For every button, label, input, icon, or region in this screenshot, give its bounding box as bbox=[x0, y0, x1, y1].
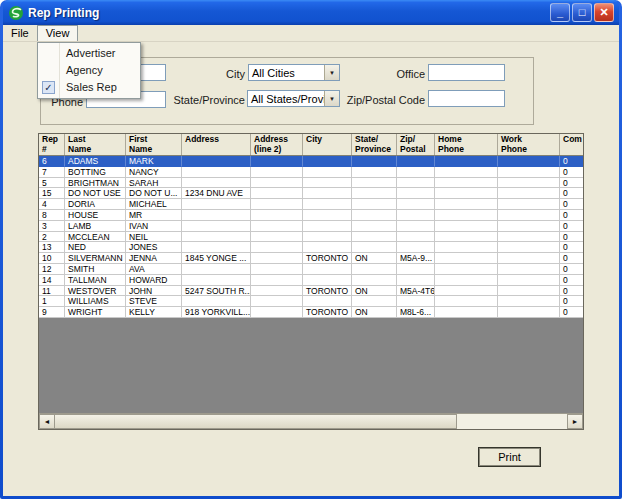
table-cell bbox=[498, 307, 560, 318]
table-cell bbox=[397, 264, 435, 275]
table-cell: 0 bbox=[560, 167, 584, 178]
column-header[interactable]: First Name bbox=[126, 134, 182, 155]
table-cell bbox=[397, 167, 435, 178]
menu-item-sales-rep[interactable]: ✓ Sales Rep bbox=[38, 79, 140, 96]
table-cell bbox=[303, 275, 352, 286]
table-cell: MR bbox=[126, 210, 182, 221]
table-cell: 1845 YONGE ... bbox=[182, 253, 251, 264]
table-cell bbox=[397, 232, 435, 243]
table-cell bbox=[251, 178, 303, 189]
table-cell bbox=[435, 188, 498, 199]
table-cell: HOUSE bbox=[65, 210, 126, 221]
table-cell: 0 bbox=[560, 221, 584, 232]
table-cell bbox=[352, 156, 397, 167]
table-row[interactable]: 4DORIAMICHAEL0 bbox=[39, 199, 583, 210]
table-row[interactable]: 6ADAMSMARK0 bbox=[39, 156, 583, 167]
print-button[interactable]: Print bbox=[478, 447, 541, 467]
table-row[interactable]: 9WRIGHTKELLY918 YORKVILL...TORONTOONM8L-… bbox=[39, 307, 583, 318]
table-cell: 0 bbox=[560, 253, 584, 264]
table-cell bbox=[352, 232, 397, 243]
app-window: Rep Printing _ □ ✕ File View Advertiser … bbox=[0, 0, 622, 499]
table-cell: M5A-9... bbox=[397, 253, 435, 264]
column-header[interactable]: Home Phone bbox=[435, 134, 498, 155]
zip-field[interactable] bbox=[428, 90, 505, 107]
table-row[interactable]: 8HOUSEMR0 bbox=[39, 210, 583, 221]
table-cell: TALLMAN bbox=[65, 275, 126, 286]
table-cell bbox=[498, 178, 560, 189]
table-cell: HOWARD bbox=[126, 275, 182, 286]
column-header[interactable]: Address (line 2) bbox=[251, 134, 303, 155]
table-cell: 7 bbox=[39, 167, 65, 178]
table-row[interactable]: 1WILLIAMSSTEVE0 bbox=[39, 296, 583, 307]
maximize-button[interactable]: □ bbox=[572, 3, 592, 22]
city-label: City bbox=[163, 68, 245, 80]
table-cell: WILLIAMS bbox=[65, 296, 126, 307]
table-cell: 1234 DNU AVE bbox=[182, 188, 251, 199]
table-cell: STEVE bbox=[126, 296, 182, 307]
table-row[interactable]: 3LAMBIVAN0 bbox=[39, 221, 583, 232]
menu-file[interactable]: File bbox=[3, 25, 37, 41]
table-row[interactable]: 14TALLMANHOWARD0 bbox=[39, 275, 583, 286]
menu-item-agency[interactable]: Agency bbox=[38, 62, 140, 79]
table-row[interactable]: 7BOTTINGNANCY0 bbox=[39, 167, 583, 178]
table-cell bbox=[498, 199, 560, 210]
table-cell: DORIA bbox=[65, 199, 126, 210]
table-cell bbox=[397, 221, 435, 232]
table-cell bbox=[435, 275, 498, 286]
scrollbar-thumb[interactable] bbox=[55, 414, 457, 429]
menu-item-advertiser[interactable]: Advertiser bbox=[38, 45, 140, 62]
table-cell: BRIGHTMAN bbox=[65, 178, 126, 189]
column-header[interactable]: Com bbox=[560, 134, 584, 155]
table-cell: 0 bbox=[560, 210, 584, 221]
horizontal-scrollbar[interactable]: ◄ ► bbox=[39, 413, 583, 429]
office-field[interactable] bbox=[428, 64, 505, 81]
table-cell bbox=[251, 253, 303, 264]
column-header[interactable]: Work Phone bbox=[498, 134, 560, 155]
column-header[interactable]: Rep # bbox=[39, 134, 65, 155]
table-cell bbox=[435, 210, 498, 221]
table-row[interactable]: 13NEDJONES0 bbox=[39, 242, 583, 253]
column-header[interactable]: State/ Province bbox=[352, 134, 397, 155]
minimize-button[interactable]: _ bbox=[550, 3, 570, 22]
table-cell: 0 bbox=[560, 188, 584, 199]
table-cell: 0 bbox=[560, 199, 584, 210]
city-dropdown[interactable]: All Cities ▼ bbox=[248, 64, 340, 81]
office-label: Office bbox=[343, 68, 425, 80]
table-cell bbox=[251, 221, 303, 232]
table-cell bbox=[251, 242, 303, 253]
table-cell: ADAMS bbox=[65, 156, 126, 167]
close-button[interactable]: ✕ bbox=[594, 3, 614, 22]
table-cell bbox=[303, 167, 352, 178]
scrollbar-track[interactable] bbox=[457, 414, 567, 429]
column-header[interactable]: Address bbox=[182, 134, 251, 155]
table-cell bbox=[435, 296, 498, 307]
table-cell bbox=[303, 232, 352, 243]
title-bar[interactable]: Rep Printing _ □ ✕ bbox=[3, 0, 619, 25]
table-cell bbox=[182, 275, 251, 286]
column-header[interactable]: City bbox=[303, 134, 352, 155]
table-cell: TORONTO bbox=[303, 286, 352, 297]
table-cell bbox=[352, 275, 397, 286]
table-cell bbox=[182, 221, 251, 232]
table-cell: 12 bbox=[39, 264, 65, 275]
table-row[interactable]: 2MCCLEANNEIL0 bbox=[39, 232, 583, 243]
table-cell bbox=[251, 307, 303, 318]
menu-view[interactable]: View bbox=[37, 25, 79, 41]
table-row[interactable]: 12SMITHAVA0 bbox=[39, 264, 583, 275]
table-row[interactable]: 5BRIGHTMANSARAH0 bbox=[39, 178, 583, 189]
table-cell bbox=[352, 296, 397, 307]
state-dropdown[interactable]: All States/Provinces ▼ bbox=[247, 90, 340, 107]
table-cell bbox=[435, 199, 498, 210]
column-header[interactable]: Last Name bbox=[65, 134, 126, 155]
scroll-left-icon[interactable]: ◄ bbox=[39, 414, 55, 429]
table-row[interactable]: 10SILVERMANNJENNA1845 YONGE ...TORONTOON… bbox=[39, 253, 583, 264]
table-cell: 9 bbox=[39, 307, 65, 318]
scroll-right-icon[interactable]: ► bbox=[567, 414, 583, 429]
column-header[interactable]: Zip/ Postal bbox=[397, 134, 435, 155]
table-row[interactable]: 15DO NOT USEDO NOT U...1234 DNU AVE0 bbox=[39, 188, 583, 199]
table-cell: 8 bbox=[39, 210, 65, 221]
table-cell bbox=[251, 232, 303, 243]
table-cell bbox=[435, 286, 498, 297]
table-cell bbox=[352, 221, 397, 232]
table-row[interactable]: 11WESTOVERJOHN5247 SOUTH R...TORONTOONM5… bbox=[39, 286, 583, 297]
